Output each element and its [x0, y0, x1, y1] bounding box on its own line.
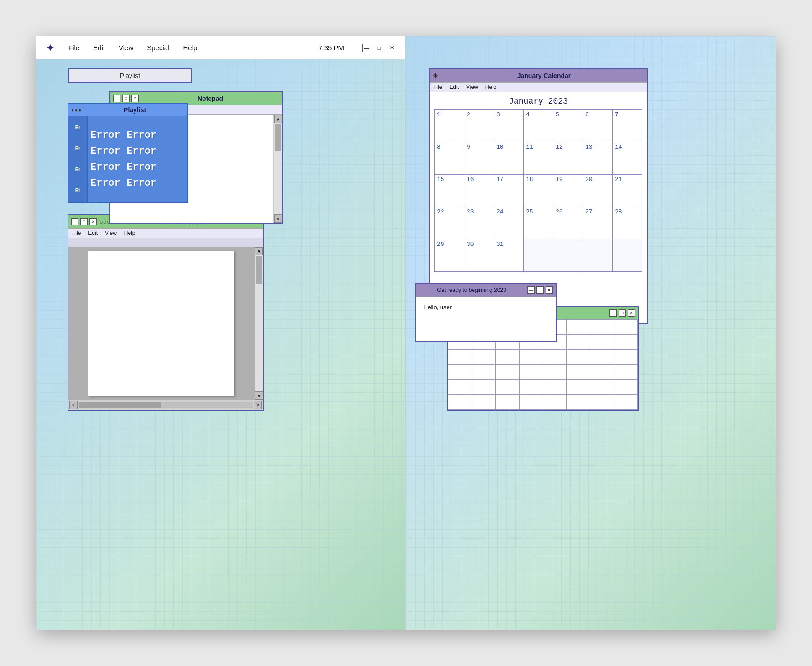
cal-day-19[interactable]: 19: [553, 175, 583, 207]
system-time: 7:35 PM: [318, 44, 344, 52]
cal-day-1[interactable]: 1: [435, 110, 464, 142]
menu-help[interactable]: Help: [183, 44, 197, 52]
notepad-maximize[interactable]: □: [122, 95, 130, 102]
notepad-close[interactable]: ✕: [131, 95, 139, 102]
ev-cell-14: [567, 335, 590, 349]
word-maximize[interactable]: □: [80, 218, 88, 225]
calendar-icon: ✳: [432, 72, 438, 80]
cal-day-7[interactable]: 7: [613, 110, 642, 142]
system-maximize[interactable]: □: [375, 44, 383, 52]
cal-day-31[interactable]: 31: [494, 239, 523, 271]
cal-day-6[interactable]: 6: [583, 110, 612, 142]
word-minimize[interactable]: —: [71, 218, 78, 225]
ev-cell-34: [472, 380, 495, 394]
menu-view[interactable]: View: [119, 44, 133, 52]
notepad-scroll-thumb[interactable]: [275, 124, 281, 151]
calendar-menu-file[interactable]: File: [433, 84, 442, 90]
cal-day-13[interactable]: 13: [583, 142, 612, 174]
ev-cell-25: [448, 365, 472, 380]
menu-file[interactable]: File: [68, 44, 79, 52]
calendar-menu-help[interactable]: Help: [485, 84, 497, 90]
cal-day-4[interactable]: 4: [524, 110, 553, 142]
cal-day-12[interactable]: 12: [553, 142, 583, 174]
word-scroll-left[interactable]: <: [69, 401, 78, 409]
popup-close[interactable]: ✕: [546, 286, 553, 294]
notepad-minimize[interactable]: —: [113, 95, 120, 102]
cal-empty-4: [613, 239, 642, 271]
popup-maximize[interactable]: □: [536, 286, 544, 294]
popup-minimize[interactable]: —: [527, 286, 535, 294]
ev-cell-46: [567, 395, 590, 409]
cal-day-5[interactable]: 5: [553, 110, 583, 142]
word-hscroll-thumb[interactable]: [79, 402, 161, 408]
cal-day-9[interactable]: 9: [464, 142, 494, 174]
cal-day-14[interactable]: 14: [613, 142, 642, 174]
menu-edit[interactable]: Edit: [93, 44, 105, 52]
word-document[interactable]: [88, 251, 234, 396]
cal-day-26[interactable]: 26: [553, 207, 583, 239]
cal-day-11[interactable]: 11: [524, 142, 553, 174]
word-menu-edit[interactable]: Edit: [88, 230, 98, 236]
word-close[interactable]: ✕: [89, 218, 97, 225]
cal-day-16[interactable]: 16: [464, 175, 494, 207]
ev-cell-36: [520, 380, 543, 394]
ev-cell-38: [567, 380, 590, 394]
cal-day-3[interactable]: 3: [494, 110, 523, 142]
popup-controls: — □ ✕: [527, 286, 553, 294]
word-scroll-down-btn[interactable]: ∨: [255, 391, 263, 400]
ev-cell-47: [590, 395, 614, 409]
word-scroll-up-btn[interactable]: ∧: [255, 247, 263, 255]
cal-day-28[interactable]: 28: [613, 207, 642, 239]
cal-day-30[interactable]: 30: [464, 239, 494, 271]
calendar-menubar: File Edit View Help: [430, 82, 647, 92]
ev-cell-16: [614, 335, 637, 349]
word-menu-help[interactable]: Help: [124, 230, 135, 236]
word-hscrollbar: < >: [68, 400, 263, 410]
ev-cell-22: [567, 350, 590, 364]
cal-day-27[interactable]: 27: [583, 207, 612, 239]
cal-day-22[interactable]: 22: [435, 207, 464, 239]
ev-cell-26: [472, 365, 495, 380]
cal-day-23[interactable]: 23: [464, 207, 494, 239]
system-minimize[interactable]: —: [362, 44, 370, 52]
sidebar-item-3: Er: [70, 160, 85, 178]
word-dots: ○○○: [99, 219, 110, 225]
calendar-menu-view[interactable]: View: [466, 84, 478, 90]
calendar-title: January Calendar: [444, 72, 644, 79]
menu-special[interactable]: Special: [147, 44, 169, 52]
ev-cell-44: [520, 395, 543, 409]
word-scroll-thumb[interactable]: [256, 256, 262, 284]
notepad-scroll-down[interactable]: ∨: [274, 214, 282, 223]
cal-day-8[interactable]: 8: [435, 142, 464, 174]
ev-cell-27: [496, 365, 519, 380]
cal-day-2[interactable]: 2: [464, 110, 494, 142]
ev-cell-40: [614, 380, 637, 394]
notepad-scroll-up[interactable]: ∧: [274, 115, 282, 123]
events-maximize[interactable]: □: [619, 309, 626, 317]
events-close[interactable]: ✕: [628, 309, 635, 317]
calendar-grid: 1 2 3 4 5 6 7 8 9 10 11 12 13 14 15: [434, 109, 642, 272]
ev-cell-48: [614, 395, 637, 409]
word-toolbar: [68, 238, 263, 247]
word-menu-view[interactable]: View: [105, 230, 117, 236]
cal-day-21[interactable]: 21: [613, 175, 642, 207]
popup-titlebar: Get ready to beginning 2023 — □ ✕: [416, 284, 556, 297]
cal-day-18[interactable]: 18: [524, 175, 553, 207]
cal-day-29[interactable]: 29: [435, 239, 464, 271]
cal-day-17[interactable]: 17: [494, 175, 523, 207]
events-minimize[interactable]: —: [609, 309, 617, 317]
word-content-area: ∨: [68, 247, 263, 400]
notepad-scrollbar: ∧ ∨: [274, 115, 282, 223]
word-menu-file[interactable]: File: [72, 230, 81, 236]
system-close[interactable]: ✕: [388, 44, 396, 52]
cal-day-15[interactable]: 15: [435, 175, 464, 207]
popup-content: Hello, user: [416, 297, 556, 318]
calendar-menu-edit[interactable]: Edit: [449, 84, 459, 90]
cal-day-20[interactable]: 20: [583, 175, 612, 207]
cal-day-25[interactable]: 25: [524, 207, 553, 239]
cal-day-24[interactable]: 24: [494, 207, 523, 239]
notepad-title: Notepad: [141, 95, 279, 102]
word-scroll-right[interactable]: >: [254, 401, 262, 409]
cal-day-10[interactable]: 10: [494, 142, 523, 174]
ev-cell-35: [496, 380, 519, 394]
